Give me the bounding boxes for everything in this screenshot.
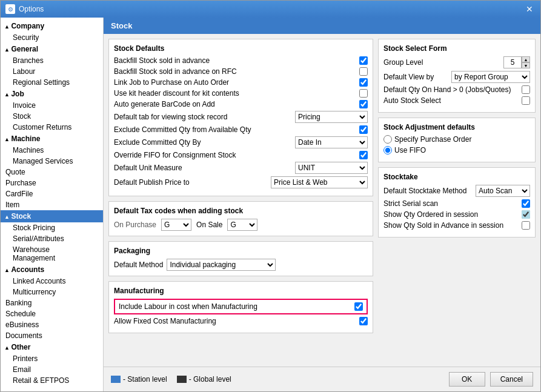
auto-stock-row: Auto Stock Select [383,96,530,105]
sidebar-item-ebusiness[interactable]: eBusiness [1,319,103,330]
default-unit-label: Default Unit Measure [114,164,291,172]
backfill-label: Backfill Stock sold in advance [114,56,356,65]
specify-po-radio[interactable] [383,135,392,144]
stock-defaults-title: Stock Defaults [114,44,368,53]
default-view-label: Default View by [383,73,448,81]
default-unit-select[interactable]: UNIT EACH BOX [295,162,368,174]
exclude-by-select[interactable]: Date In Date Out [295,136,368,148]
sidebar-item-email[interactable]: Email [1,364,103,375]
backfill-row: Backfill Stock sold in advance [114,56,368,65]
sidebar-item-warehouse[interactable]: Warehouse Management [1,244,103,264]
show-qty-ordered-checkbox[interactable] [522,210,530,219]
on-purchase-select[interactable]: GFNE [161,219,191,231]
backfill-rfc-checkbox[interactable] [359,67,368,76]
default-qty-label: Default Qty On Hand > 0 (Jobs/Quotes) [383,85,518,94]
stocktake-section: Stocktake Default Stocktake Method Auto … [378,167,536,238]
group-level-spinner[interactable]: ▲ ▼ [503,56,530,68]
cancel-button[interactable]: Cancel [490,372,533,387]
sidebar: Company Security General Branches Labour… [1,18,104,391]
specify-po-label: Specify Purchase Order [394,135,471,144]
include-labour-row: Include Labour in cost when Manufacturin… [114,299,368,314]
sidebar-item-cardfile[interactable]: CardFile [1,188,103,199]
auto-stock-checkbox[interactable] [522,96,530,105]
auto-barcode-checkbox[interactable] [359,100,368,108]
sidebar-item-stock[interactable]: Stock [1,210,103,222]
fixed-cost-row: Allow Fixed Cost Manufacturing [114,317,368,325]
sidebar-item-banking[interactable]: Banking [1,297,103,308]
sidebar-item-quote[interactable]: Quote [1,167,103,178]
sidebar-item-machine[interactable]: Machine [1,133,103,145]
sidebar-item-schedule[interactable]: Schedule [1,308,103,319]
stock-select-title: Stock Select Form [383,44,530,53]
sidebar-item-stock-pricing[interactable]: Stock Pricing [1,222,103,233]
sidebar-item-machines[interactable]: Machines [1,145,103,156]
stock-adjustment-title: Stock Adjustment defaults [383,123,530,131]
backfill-rfc-row: Backfill Stock sold in advance on RFC [114,67,368,76]
spinner-up[interactable]: ▲ [522,56,530,62]
kit-discount-checkbox[interactable] [359,89,368,98]
sidebar-item-general[interactable]: General [1,43,103,55]
sidebar-item-accounts[interactable]: Accounts [1,264,103,276]
sidebar-item-purchase[interactable]: Purchase [1,178,103,188]
ok-button[interactable]: OK [449,372,485,387]
exclude-committed-checkbox[interactable] [359,125,368,134]
sidebar-item-customer-returns[interactable]: Customer Returns [1,122,103,133]
sidebar-item-printers[interactable]: Printers [1,353,103,364]
station-legend-box [111,376,121,383]
include-labour-checkbox[interactable] [354,302,363,311]
fixed-cost-label: Allow Fixed Cost Manufacturing [114,317,356,325]
backfill-checkbox[interactable] [359,56,368,65]
left-panel: Stock Defaults Backfill Stock sold in ad… [108,39,373,362]
strict-serial-checkbox[interactable] [522,199,530,208]
sidebar-item-labour[interactable]: Labour [1,66,103,77]
default-view-select[interactable]: by Report Group by Name by Code [451,71,530,83]
group-level-input[interactable] [503,56,522,68]
stocktake-method-select[interactable]: Auto Scan Manual Scanner [476,185,530,197]
stock-defaults-section: Stock Defaults Backfill Stock sold in ad… [108,39,373,196]
sidebar-item-item[interactable]: Item [1,199,103,210]
packaging-method-select[interactable]: Individual packaging Bulk packaging None [167,259,276,271]
sidebar-item-security[interactable]: Security [1,32,103,43]
override-fifo-checkbox[interactable] [359,151,368,159]
override-fifo-row: Override FIFO for Consignment Stock [114,151,368,159]
default-publish-select[interactable]: Price List & Web Price List Web [271,176,368,188]
show-qty-sold-checkbox[interactable] [522,221,530,230]
on-sale-select[interactable]: GFNE [227,219,257,231]
use-fifo-radio[interactable] [383,146,392,154]
default-tab-select[interactable]: Pricing Details Notes [295,111,368,123]
sidebar-item-company[interactable]: Company [1,20,103,32]
main-body: Stock Defaults Backfill Stock sold in ad… [104,34,540,367]
sidebar-item-branches[interactable]: Branches [1,55,103,66]
specify-po-row: Specify Purchase Order [383,135,530,144]
stocktake-title: Stocktake [383,173,530,181]
use-fifo-label: Use FIFO [394,146,426,154]
exclude-by-label: Exclude Committed Qty By [114,138,291,147]
sidebar-item-invoice[interactable]: Invoice [1,100,103,111]
default-tab-row: Default tab for viewing stock record Pri… [114,111,368,123]
exclude-committed-row: Exclude Committed Qty from Available Qty [114,125,368,134]
sidebar-item-managed-services[interactable]: Managed Services [1,156,103,167]
close-button[interactable]: ✕ [523,4,536,14]
sidebar-item-regional[interactable]: Regional Settings [1,77,103,88]
packaging-method-label: Default Method [114,261,163,269]
sidebar-item-serial-attributes[interactable]: Serial/Attributes [1,233,103,244]
sidebar-item-documents[interactable]: Documents [1,330,103,341]
link-job-checkbox[interactable] [359,78,368,87]
sidebar-item-stock-job[interactable]: Stock [1,111,103,122]
main-header: Stock [104,18,540,34]
spinner-down[interactable]: ▼ [522,62,530,68]
packaging-title: Packaging [114,247,368,255]
title-bar-left: ⚙ Options [5,4,44,14]
sidebar-item-other[interactable]: Other [1,341,103,353]
kit-discount-row: Use kit header discount for kit contents [114,89,368,98]
global-legend-box [177,376,187,383]
sidebar-item-linked-accounts[interactable]: Linked Accounts [1,276,103,287]
sidebar-item-retail-eftpos[interactable]: Retail & EFTPOS [1,375,103,386]
default-qty-checkbox[interactable] [522,85,530,94]
station-legend-label: - Station level [123,375,167,384]
title-bar: ⚙ Options ✕ [1,1,540,18]
sidebar-item-multicurrency[interactable]: Multicurrency [1,287,103,297]
global-legend: - Global level [177,375,231,384]
sidebar-item-job[interactable]: Job [1,88,103,100]
fixed-cost-checkbox[interactable] [359,317,368,325]
